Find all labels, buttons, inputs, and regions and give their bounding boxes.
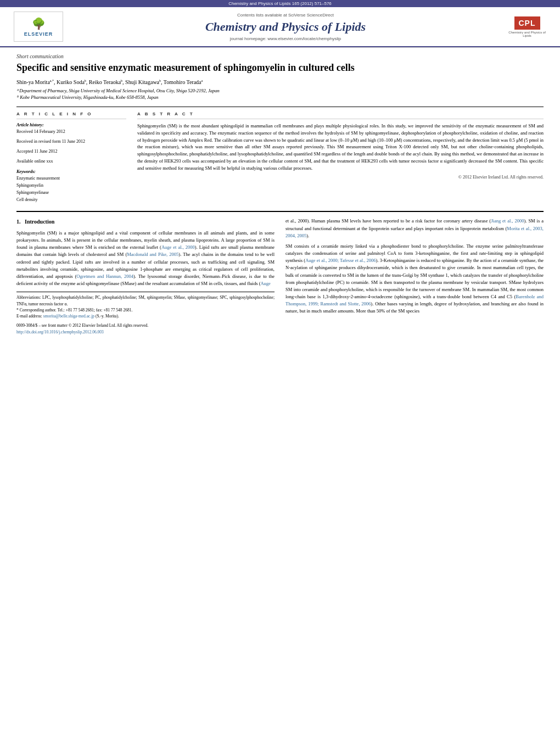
keyword-4: Cell density [16, 197, 126, 204]
keywords-label: Keywords: [16, 169, 126, 174]
footnote-email: E-mail address: smorita@belle.shiga-med.… [16, 313, 275, 319]
intro-paragraph-1: Sphingomyelin (SM) is a major sphingolip… [16, 230, 275, 287]
section-title: Introduction [25, 219, 54, 225]
received-date: Received 14 February 2012 [16, 129, 126, 135]
ref-auge-end[interactable]: Auge [260, 281, 270, 286]
body-col-right: et al., 2000). Human plasma SM levels ha… [285, 217, 544, 334]
article-info-label: A R T I C L E I N F O [16, 111, 126, 119]
article-title: Specific and sensitive enzymatic measure… [16, 62, 544, 74]
body-col-left: 1. Introduction Sphingomyelin (SM) is a … [16, 217, 275, 334]
ref-barenholz[interactable]: Barenholz and Thompson, 1999; Ramstedt a… [285, 294, 544, 306]
elsevier-tree-icon: 🌳 [32, 17, 46, 30]
body-content: 1. Introduction Sphingomyelin (SM) is a … [16, 211, 544, 334]
ref-auge-tafesse[interactable]: Auge et al., 2000; Tafesse et al., 2006 [305, 258, 376, 263]
journal-header: 🌳 ELSEVIER Contents lists available at S… [0, 7, 560, 47]
email-link[interactable]: smorita@belle.shiga-med.ac.jp [43, 314, 94, 319]
doi-link[interactable]: http://dx.doi.org/10.1016/j.chemphyslip.… [16, 330, 104, 334]
body-two-col: 1. Introduction Sphingomyelin (SM) is a … [16, 212, 544, 334]
elsevier-logo: 🌳 ELSEVIER [11, 12, 66, 42]
introduction-heading: 1. Introduction [16, 217, 275, 226]
sciverse-text: Contents lists available at SciVerse Sci… [66, 13, 505, 18]
section-num: 1. [16, 219, 21, 225]
affiliation-a: ᵃ Department of Pharmacy, Shiga Universi… [16, 87, 544, 94]
affiliations: ᵃ Department of Pharmacy, Shiga Universi… [16, 87, 544, 102]
intro-paragraph-3: SM consists of a ceramide moiety linked … [285, 243, 544, 315]
ref-macdonald[interactable]: Macdonald and Pike, 2005 [127, 252, 178, 257]
ref-jiang[interactable]: Jiang et al., 2000 [491, 218, 524, 224]
footnote-corresponding: * Corresponding author. Tel.: +81 77 548… [16, 307, 275, 313]
main-content: Short communication Specific and sensiti… [0, 48, 560, 341]
journal-center: Contents lists available at SciVerse Sci… [66, 13, 505, 41]
abstract-col: A B S T R A C T Sphingomyelin (SM) is th… [137, 111, 544, 203]
keyword-1: Enzymatic measurement [16, 175, 126, 182]
journal-title-header: Chemistry and Physics of Lipids [66, 20, 505, 34]
abstract-label: A B S T R A C T [137, 111, 544, 119]
cpl-badge: CPL [514, 16, 540, 30]
copyright-line: © 2012 Elsevier Ireland Ltd. All rights … [137, 175, 544, 180]
abstract-text: Sphingomyelin (SM) is the most abundant … [137, 122, 544, 171]
cpl-logo-box: CPL Chemistry and Physics of Lipids [505, 16, 549, 37]
available-date: Available online xxx [16, 158, 126, 165]
affiliation-b: ᵇ Kobe Pharmaceutical University, Higash… [16, 94, 544, 101]
journal-citation: Chemistry and Physics of Lipids 165 (201… [228, 1, 332, 6]
footnote-section: Abbreviations: LPC, lysophosphatidylchol… [16, 292, 275, 335]
ref-auge-2000a[interactable]: Auge et al., 2000 [161, 244, 195, 250]
history-label: Article history: [16, 122, 126, 127]
revised-date: Received in revised form 11 June 2012 [16, 138, 126, 145]
accepted-date: Accepted 11 June 2012 [16, 148, 126, 155]
ref-ogretmen[interactable]: Ogretmen and Hannun, 2004 [76, 274, 133, 279]
authors-text: Shin-ya Moritaa,*, Kuriko Sodab, Reiko T… [16, 79, 203, 85]
keyword-2: Sphingomyelin [16, 182, 126, 189]
journal-homepage: journal homepage: www.elsevier.com/locat… [66, 36, 505, 41]
footnote-issn: 0009-3084/$ – see front matter © 2012 El… [16, 322, 275, 328]
article-info-col: A R T I C L E I N F O Article history: R… [16, 111, 126, 203]
footnote-abbreviations: Abbreviations: LPC, lysophosphatidylchol… [16, 294, 275, 307]
cpl-sub: Chemistry and Physics of Lipids [505, 31, 549, 37]
journal-top-bar: Chemistry and Physics of Lipids 165 (201… [0, 0, 560, 7]
journal-banner: Chemistry and Physics of Lipids 165 (201… [0, 0, 560, 48]
article-type: Short communication [16, 53, 544, 59]
elsevier-label: ELSEVIER [24, 31, 53, 37]
elsevier-logo-box: 🌳 ELSEVIER [14, 12, 63, 42]
keywords-section: Keywords: Enzymatic measurement Sphingom… [16, 169, 126, 203]
keyword-3: Sphingomyelinase [16, 189, 126, 197]
footnote-doi: http://dx.doi.org/10.1016/j.chemphyslip.… [16, 329, 275, 335]
ref-morita[interactable]: Morita et al., 2003, 2004, 2005 [285, 226, 544, 238]
authors-line: Shin-ya Moritaa,*, Kuriko Sodab, Reiko T… [16, 79, 544, 85]
article-info-abstract: A R T I C L E I N F O Article history: R… [16, 107, 544, 203]
intro-paragraph-2: et al., 2000). Human plasma SM levels ha… [285, 217, 544, 239]
